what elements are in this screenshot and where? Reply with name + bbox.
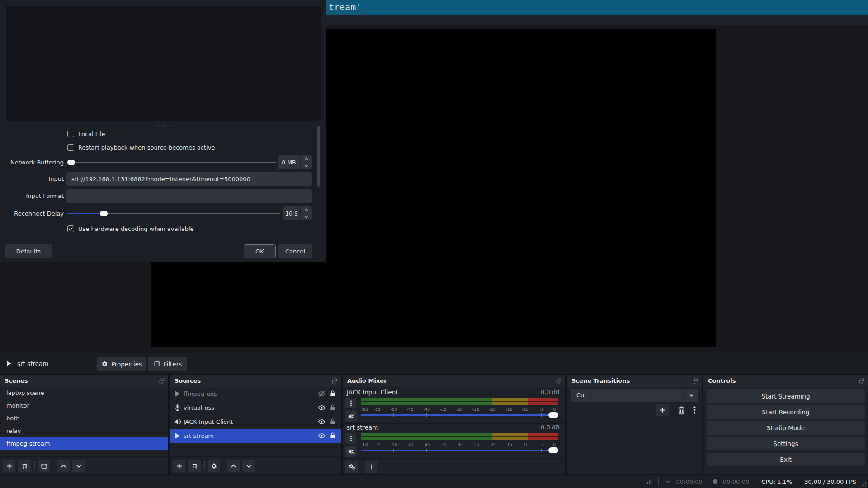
- remove-source-button[interactable]: [188, 460, 201, 472]
- popout-icon[interactable]: [692, 378, 698, 384]
- scene-transitions-title: Scene Transitions: [571, 375, 630, 387]
- db-scale-tick: 0: [548, 405, 560, 412]
- scene-item-relay[interactable]: relay: [0, 425, 168, 437]
- scene-item-ffmpeg-stream[interactable]: ffmpeg-stream: [0, 437, 168, 450]
- source-down-button[interactable]: [242, 460, 255, 472]
- selected-source-name: srt stream: [17, 353, 48, 374]
- lock-closed-icon[interactable]: [329, 432, 336, 439]
- remove-scene-button[interactable]: [18, 460, 31, 472]
- source-item-srt-stream[interactable]: srt stream: [170, 429, 341, 443]
- filters-button[interactable]: Filters: [148, 357, 187, 371]
- source-toolbar: srt stream Properties Filters: [0, 353, 868, 374]
- hardware-decoding-checkbox[interactable]: [67, 225, 74, 232]
- reconnect-delay-spinbox[interactable]: 10 S: [283, 206, 312, 220]
- channel-menu-button[interactable]: [345, 433, 356, 444]
- lock-open-icon[interactable]: [329, 404, 336, 411]
- input-format-field[interactable]: [66, 189, 312, 203]
- scenes-toolbar: [0, 456, 168, 474]
- scene-item-laptop-scene[interactable]: laptop scene: [0, 387, 168, 399]
- slider-handle[interactable]: [548, 447, 558, 453]
- dropdown-separator: [684, 390, 685, 400]
- slider-track: [67, 162, 276, 163]
- add-transition-button[interactable]: [656, 404, 669, 416]
- speaker-icon: [174, 418, 181, 426]
- network-buffering-slider[interactable]: [67, 159, 276, 166]
- audio-mixer-header: Audio Mixer: [343, 375, 565, 387]
- popout-icon[interactable]: [159, 378, 165, 384]
- slider-ticks: [361, 413, 558, 417]
- reconnect-delay-slider[interactable]: [67, 210, 280, 217]
- spin-down-icon[interactable]: [303, 214, 309, 220]
- mute-toggle-button[interactable]: [345, 446, 357, 457]
- transition-menu-button[interactable]: [690, 405, 699, 415]
- scene-down-button[interactable]: [72, 460, 85, 472]
- volume-slider[interactable]: [361, 412, 558, 418]
- resize-grip[interactable]: [861, 481, 867, 487]
- studio-mode-button[interactable]: Studio Mode: [707, 421, 865, 435]
- spin-up-icon[interactable]: [303, 207, 309, 213]
- ok-button[interactable]: OK: [244, 244, 276, 258]
- volume-slider[interactable]: [361, 447, 558, 453]
- channel-menu-button[interactable]: [345, 398, 356, 408]
- hardware-decoding-label: Use hardware decoding when available: [78, 225, 194, 233]
- lock-closed-icon[interactable]: [329, 390, 336, 397]
- source-item-ffmpeg-udp[interactable]: ffmpeg-udp: [170, 387, 341, 401]
- db-scale-tick: -20: [486, 405, 498, 412]
- defaults-button[interactable]: Defaults: [5, 244, 52, 258]
- visibility-eye-icon[interactable]: [318, 418, 326, 426]
- popout-icon[interactable]: [331, 378, 338, 384]
- transition-select[interactable]: Cut: [571, 389, 698, 402]
- scene-up-button[interactable]: [57, 460, 70, 472]
- restart-playback-checkbox[interactable]: [67, 144, 74, 151]
- gears-icon: [349, 464, 355, 470]
- db-scale-tick: -10: [519, 405, 531, 412]
- scenes-panel: Scenes laptop scenemonitorbothrelayffmpe…: [0, 375, 168, 474]
- transition-actions: [567, 404, 702, 418]
- visibility-eye-icon[interactable]: [318, 404, 326, 412]
- exit-button[interactable]: Exit: [707, 453, 865, 466]
- db-scale-tick: -40: [421, 405, 433, 412]
- slider-handle[interactable]: [67, 160, 75, 165]
- slider-handle[interactable]: [100, 211, 108, 216]
- remove-transition-button[interactable]: [677, 405, 686, 415]
- start-recording-button[interactable]: Start Recording: [707, 405, 865, 419]
- local-file-checkbox[interactable]: [67, 131, 74, 137]
- source-item-jack-input-client[interactable]: JACK Input Client: [170, 415, 341, 429]
- slider-handle[interactable]: [548, 412, 558, 418]
- dialog-splitter-handle[interactable]: [0, 122, 326, 124]
- restart-playback-label: Restart playback when source becomes act…: [78, 144, 215, 151]
- cancel-button[interactable]: Cancel: [278, 244, 312, 258]
- settings-button[interactable]: Settings: [707, 437, 865, 450]
- scene-item-both[interactable]: both: [0, 412, 168, 425]
- status-bar: 00:00:00 00:00:00 CPU: 1.1% 30.00 / 30.0…: [0, 475, 868, 488]
- network-buffering-spinbox[interactable]: 0 MB: [278, 155, 312, 169]
- source-item-virtual-oss[interactable]: virtual-oss: [170, 401, 341, 415]
- input-field[interactable]: [66, 172, 312, 186]
- source-properties-button[interactable]: [208, 460, 220, 472]
- mixer-menu-button[interactable]: [365, 461, 377, 473]
- advanced-audio-button[interactable]: [345, 461, 358, 473]
- spin-down-icon[interactable]: [303, 163, 309, 169]
- statusbar-separator: [798, 478, 798, 486]
- dialog-scrollbar-thumb[interactable]: [317, 126, 320, 187]
- audio-mixer-panel: Audio Mixer JACK Input Client0.0 dB-60-5…: [343, 375, 565, 474]
- scene-item-monitor[interactable]: monitor: [0, 399, 168, 412]
- properties-button[interactable]: Properties: [97, 357, 146, 371]
- scene-filters-button[interactable]: [38, 460, 50, 472]
- source-name: srt stream: [184, 429, 214, 443]
- spin-up-icon[interactable]: [303, 156, 309, 162]
- lock-open-icon[interactable]: [329, 418, 336, 425]
- filters-icon: [154, 361, 160, 367]
- visibility-eye-icon[interactable]: [318, 432, 326, 440]
- scenes-panel-header: Scenes: [0, 375, 168, 387]
- popout-icon[interactable]: [556, 378, 562, 384]
- add-scene-button[interactable]: [3, 460, 15, 472]
- source-up-button[interactable]: [227, 460, 240, 472]
- popout-icon[interactable]: [859, 378, 865, 384]
- add-source-button[interactable]: [173, 460, 185, 472]
- mute-toggle-button[interactable]: [345, 410, 357, 422]
- visibility-eye-slash-icon[interactable]: [318, 390, 326, 398]
- db-scale-tick: 0: [548, 441, 560, 447]
- dialog-resize-grip[interactable]: [319, 255, 325, 261]
- start-streaming-button[interactable]: Start Streaming: [707, 389, 865, 403]
